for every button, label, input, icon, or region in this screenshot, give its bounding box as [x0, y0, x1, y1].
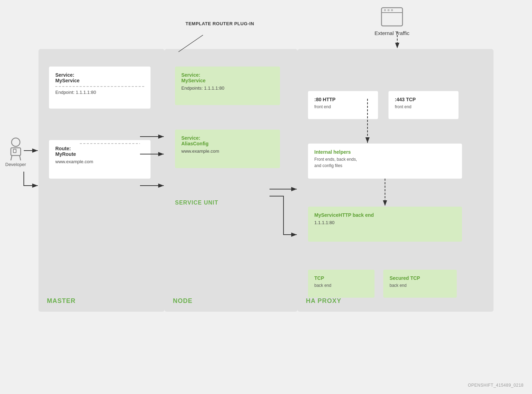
svg-point-9 — [391, 9, 393, 11]
browser-icon — [381, 7, 403, 27]
tcp-frontend-port: :443 TCP — [395, 97, 452, 102]
internal-helpers-desc: Front ends, back ends,and config files — [314, 156, 456, 169]
tcp-frontend-label: front end — [395, 104, 452, 110]
zone-node: Service: MyService Endpoints: 1.1.1.1:80… — [164, 49, 298, 312]
node-aliasconfig-title: Service: AliasConfig — [181, 135, 274, 146]
card-internal-helpers: Internal helpers Front ends, back ends,a… — [308, 144, 462, 179]
card-master-route: Route: MyRoute www.example.com — [49, 140, 150, 179]
card-myservicehttp-backend: MyServiceHTTP back end 1.1.1.1:80 — [308, 207, 462, 242]
svg-point-8 — [387, 9, 390, 11]
svg-line-3 — [11, 155, 12, 160]
master-route-url: www.example.com — [55, 159, 144, 164]
myservicehttp-value: 1.1.1.1:80 — [314, 220, 456, 225]
svg-point-7 — [384, 9, 386, 11]
ha-proxy-label: HA PROXY — [306, 297, 341, 305]
master-route-title: Route: MyRoute — [55, 146, 144, 157]
diagram-container: Service: MyService Endpoint: 1.1.1.1:80 … — [0, 0, 532, 394]
zone-haproxy: :80 HTTP front end :443 TCP front end In… — [298, 49, 493, 312]
card-secured-tcp-backend: Secured TCP back end — [383, 270, 457, 298]
card-tcp-backend: TCP back end — [308, 270, 374, 298]
svg-point-0 — [12, 138, 20, 146]
secured-tcp-label: back end — [390, 282, 450, 289]
http-frontend-port: :80 HTTP — [314, 97, 372, 102]
external-traffic-label: External Traffic — [374, 30, 410, 36]
myservicehttp-title: MyServiceHTTP back end — [314, 212, 456, 218]
zone-master: Service: MyService Endpoint: 1.1.1.1:80 … — [38, 49, 164, 312]
developer-figure: Developer — [5, 137, 26, 167]
watermark: OPENSHIFT_415489_0218 — [468, 383, 524, 388]
tcp-backend-title: TCP — [314, 275, 368, 281]
node-myservice-endpoints: Endpoints: 1.1.1.1:80 — [181, 85, 274, 91]
node-label: NODE — [173, 297, 192, 305]
tcp-backend-label: back end — [314, 282, 368, 289]
developer-icon — [7, 137, 25, 160]
developer-label: Developer — [5, 162, 26, 167]
card-master-service: Service: MyService Endpoint: 1.1.1.1:80 — [49, 67, 150, 109]
card-tcp-frontend: :443 TCP front end — [388, 91, 458, 119]
card-node-aliasconfig: Service: AliasConfig www.example.com — [175, 130, 280, 168]
node-myservice-title: Service: MyService — [181, 72, 274, 83]
card-http-frontend: :80 HTTP front end — [308, 91, 378, 119]
internal-helpers-title: Internal helpers — [314, 149, 456, 155]
master-service-endpoint: Endpoint: 1.1.1.1:80 — [55, 90, 144, 95]
service-unit-label: SERVICE UNIT — [175, 200, 218, 206]
node-aliasconfig-url: www.example.com — [181, 148, 274, 154]
external-traffic-section: External Traffic — [374, 7, 410, 36]
http-frontend-label: front end — [314, 104, 372, 110]
secured-tcp-title: Secured TCP — [390, 275, 450, 281]
template-router-label: TEMPLATE ROUTER PLUG-IN — [186, 21, 254, 26]
master-service-title: Service: MyService — [55, 72, 144, 83]
card-node-myservice: Service: MyService Endpoints: 1.1.1.1:80 — [175, 67, 280, 105]
svg-line-4 — [20, 155, 21, 160]
svg-rect-2 — [13, 149, 16, 153]
master-label: MASTER — [47, 297, 76, 305]
